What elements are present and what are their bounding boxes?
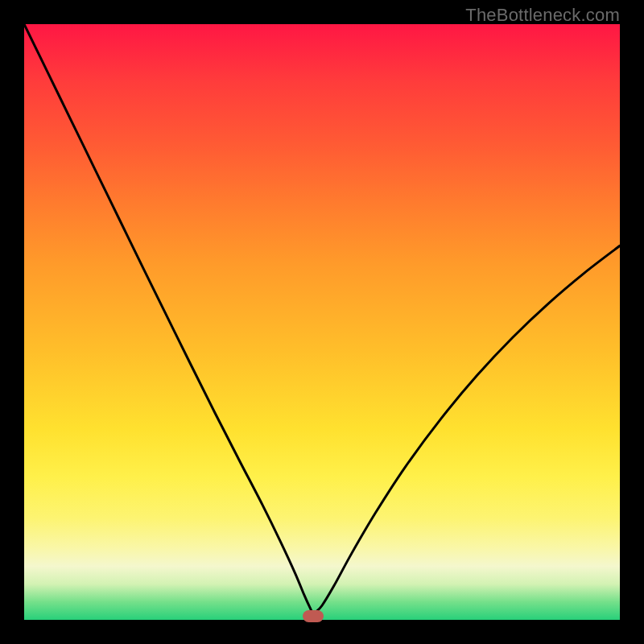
bottleneck-curve — [24, 24, 620, 620]
chart-frame: TheBottleneck.com — [0, 0, 644, 644]
optimal-marker — [303, 610, 324, 622]
watermark-text: TheBottleneck.com — [465, 5, 620, 26]
plot-area — [24, 24, 620, 620]
